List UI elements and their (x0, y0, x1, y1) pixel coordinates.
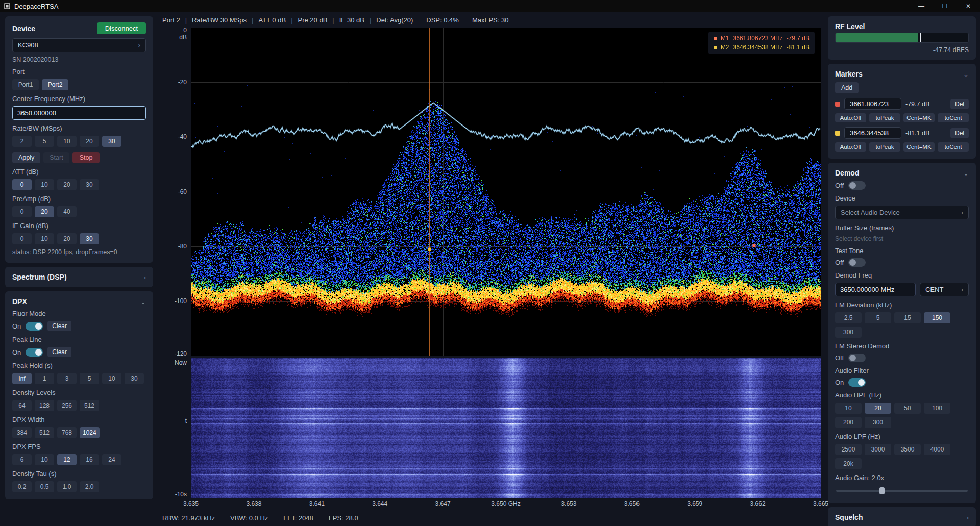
fluor-mode-toggle[interactable] (26, 322, 43, 331)
density-levels-option-256[interactable]: 256 (57, 400, 77, 411)
dpx-fps-option-6[interactable]: 6 (12, 454, 32, 465)
dpx-fps-option-12[interactable]: 12 (57, 454, 77, 465)
peak-hold-option-1[interactable]: 1 (35, 373, 54, 384)
audio-gain-slider[interactable] (836, 487, 968, 495)
dpx-width-label: DPX Width (12, 416, 146, 423)
audio-lpf-option-20k[interactable]: 20k (835, 458, 862, 469)
marker-action-cent-mk[interactable]: Cent=MK (903, 142, 935, 152)
audio-hpf-option-200[interactable]: 200 (835, 417, 862, 428)
marker-delete-button[interactable]: Del (950, 128, 969, 138)
add-marker-button[interactable]: Add (835, 82, 859, 93)
marker-frequency-input[interactable]: 3646.344538 (844, 127, 901, 139)
ifgain-option-10[interactable]: 10 (35, 233, 54, 244)
dpx-fps-option-10[interactable]: 10 (35, 454, 54, 465)
dpx-fps-option-24[interactable]: 24 (102, 454, 121, 465)
audio-lpf-option-3000[interactable]: 3000 (865, 444, 891, 455)
preamp-option-0[interactable]: 0 (12, 206, 32, 217)
audio-lpf-option-3500[interactable]: 3500 (894, 444, 921, 455)
audio-hpf-option-100[interactable]: 100 (924, 403, 950, 414)
att-option-10[interactable]: 10 (35, 179, 54, 190)
spectrum-display[interactable] (191, 28, 821, 356)
peak-hold-option-5[interactable]: 5 (80, 373, 99, 384)
fm-deviation-option-300[interactable]: 300 (835, 327, 862, 338)
port-option-port1[interactable]: Port1 (12, 79, 39, 90)
marker-action-cent-mk[interactable]: Cent=MK (903, 113, 935, 122)
demod-freq-input[interactable] (835, 283, 916, 296)
density-levels-option-64[interactable]: 64 (12, 400, 32, 411)
fm-stereo-toggle[interactable] (848, 354, 866, 362)
peak-line-toggle[interactable] (26, 348, 43, 357)
demod-power-state: Off (835, 182, 844, 189)
stop-button[interactable]: Stop (72, 152, 100, 163)
minimize-button[interactable]: — (910, 0, 933, 12)
device-model-select[interactable]: KC908 › (12, 38, 146, 52)
fm-deviation-option-5[interactable]: 5 (865, 312, 891, 323)
rate-option-5[interactable]: 5 (35, 136, 54, 147)
marker-action-auto-off[interactable]: Auto:Off (835, 113, 866, 122)
center-frequency-input[interactable] (12, 106, 146, 120)
marker-delete-button[interactable]: Del (950, 99, 969, 109)
density-tau-option-2-0[interactable]: 2.0 (80, 481, 99, 492)
marker-frequency-input[interactable]: 3661.806723 (844, 98, 901, 110)
dpx-width-option-1024[interactable]: 1024 (80, 427, 100, 438)
apply-button[interactable]: Apply (12, 152, 40, 163)
test-tone-toggle[interactable] (848, 258, 866, 267)
dpx-width-option-384[interactable]: 384 (12, 427, 32, 438)
density-tau-option-0-5[interactable]: 0.5 (35, 481, 54, 492)
demod-freq-mode-select[interactable]: CENT › (920, 283, 969, 296)
dpx-width-option-512[interactable]: 512 (35, 427, 54, 438)
audio-lpf-option-4000[interactable]: 4000 (924, 444, 950, 455)
peak-clear-button[interactable]: Clear (47, 347, 71, 357)
marker-action-tocent[interactable]: toCent (938, 113, 969, 122)
preamp-option-40[interactable]: 40 (57, 206, 77, 217)
density-levels-option-128[interactable]: 128 (35, 400, 54, 411)
audio-lpf-option-2500[interactable]: 2500 (835, 444, 862, 455)
rate-option-20[interactable]: 20 (80, 136, 99, 147)
rate-option-2[interactable]: 2 (12, 136, 32, 147)
fm-deviation-option-2-5[interactable]: 2.5 (835, 312, 862, 323)
spectrum-dsp-panel[interactable]: Spectrum (DSP) › (5, 267, 153, 287)
fm-deviation-option-150[interactable]: 150 (924, 312, 950, 323)
audio-hpf-option-300[interactable]: 300 (865, 417, 891, 428)
maximize-button[interactable]: ☐ (933, 0, 957, 12)
att-option-30[interactable]: 30 (80, 179, 99, 190)
start-button[interactable]: Start (43, 152, 69, 163)
audio-hpf-option-50[interactable]: 50 (894, 403, 921, 414)
ifgain-option-30[interactable]: 30 (80, 233, 99, 244)
audio-hpf-option-10[interactable]: 10 (835, 403, 862, 414)
port-option-port2[interactable]: Port2 (42, 79, 68, 90)
ifgain-option-20[interactable]: 20 (57, 233, 77, 244)
disconnect-button[interactable]: Disconnect (97, 22, 146, 34)
peak-hold-option-3[interactable]: 3 (57, 373, 77, 384)
fluor-clear-button[interactable]: Clear (47, 321, 71, 331)
peak-hold-option-30[interactable]: 30 (125, 373, 144, 384)
audio-filter-toggle[interactable] (848, 378, 866, 387)
marker-action-auto-off[interactable]: Auto:Off (835, 142, 866, 152)
peak-hold-option-10[interactable]: 10 (102, 373, 121, 384)
marker-action-tocent[interactable]: toCent (938, 142, 969, 152)
rf-level-tick (920, 33, 921, 42)
att-option-20[interactable]: 20 (57, 179, 77, 190)
slider-knob[interactable] (879, 487, 885, 494)
marker-action-topeak[interactable]: toPeak (869, 113, 900, 122)
dpx-fps-option-16[interactable]: 16 (80, 454, 99, 465)
density-tau-option-1-0[interactable]: 1.0 (57, 481, 77, 492)
audio-hpf-option-20[interactable]: 20 (865, 403, 891, 414)
audio-device-select[interactable]: Select Audio Device › (835, 206, 969, 219)
preamp-option-20[interactable]: 20 (35, 206, 54, 217)
fm-deviation-option-15[interactable]: 15 (894, 312, 921, 323)
rate-option-10[interactable]: 10 (57, 136, 77, 147)
waterfall-display[interactable] (191, 358, 821, 498)
demod-power-toggle[interactable] (848, 181, 866, 190)
close-button[interactable]: ✕ (957, 0, 980, 12)
squelch-panel[interactable]: Squelch › (828, 507, 976, 526)
density-levels-option-512[interactable]: 512 (80, 400, 99, 411)
peak-hold-option-inf[interactable]: Inf (12, 373, 32, 384)
dpx-width-option-768[interactable]: 768 (57, 427, 77, 438)
att-option-0[interactable]: 0 (12, 179, 32, 190)
rate-option-30[interactable]: 30 (102, 136, 121, 147)
ifgain-option-0[interactable]: 0 (12, 233, 32, 244)
marker-action-topeak[interactable]: toPeak (869, 142, 900, 152)
chevron-right-icon: › (138, 41, 140, 49)
density-tau-option-0-2[interactable]: 0.2 (12, 481, 32, 492)
